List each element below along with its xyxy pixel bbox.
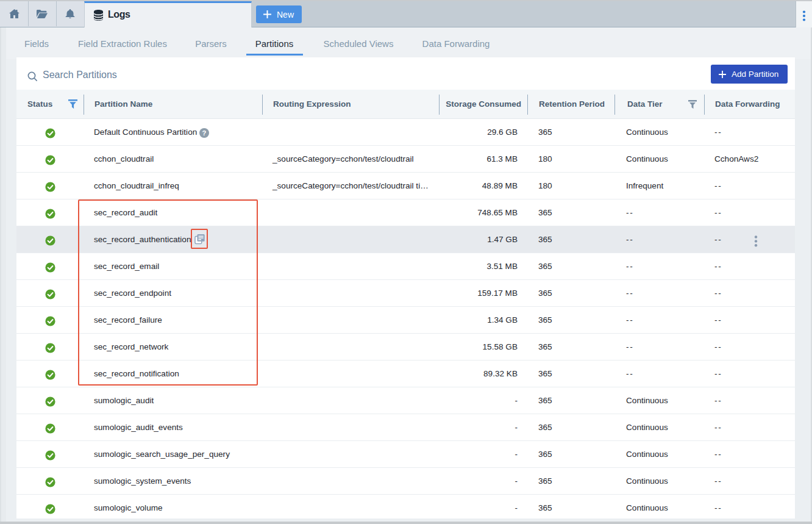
svg-text:?: ? — [202, 129, 207, 137]
